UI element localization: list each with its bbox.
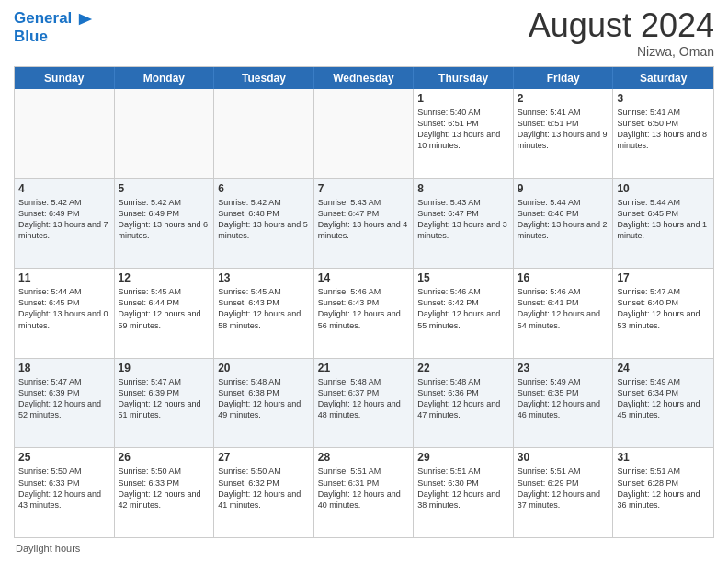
logo: General Blue — [14, 9, 94, 45]
day-number: 15 — [417, 271, 509, 284]
calendar: SundayMondayTuesdayWednesdayThursdayFrid… — [14, 66, 714, 538]
header-day-thursday: Thursday — [414, 67, 514, 89]
day-info: Sunrise: 5:42 AM Sunset: 6:48 PM Dayligh… — [218, 197, 310, 242]
day-info: Sunrise: 5:46 AM Sunset: 6:41 PM Dayligh… — [518, 286, 609, 331]
day-6: 6Sunrise: 5:42 AM Sunset: 6:48 PM Daylig… — [214, 179, 314, 269]
day-23: 23Sunrise: 5:49 AM Sunset: 6:35 PM Dayli… — [514, 359, 614, 448]
day-number: 26 — [119, 451, 210, 464]
day-17: 17Sunrise: 5:47 AM Sunset: 6:40 PM Dayli… — [613, 269, 713, 358]
day-info: Sunrise: 5:51 AM Sunset: 6:29 PM Dayligh… — [518, 465, 609, 511]
day-number: 22 — [417, 362, 509, 374]
header-day-saturday: Saturday — [613, 67, 713, 89]
daylight-label: Daylight hours — [16, 543, 80, 554]
day-number: 11 — [18, 271, 110, 284]
day-number: 17 — [617, 271, 710, 284]
page: General Blue August 2024 Nizwa, Oman Sun… — [0, 0, 728, 563]
day-number: 14 — [318, 271, 410, 284]
day-info: Sunrise: 5:46 AM Sunset: 6:43 PM Dayligh… — [318, 286, 410, 331]
day-info: Sunrise: 5:49 AM Sunset: 6:34 PM Dayligh… — [617, 376, 710, 421]
day-number: 13 — [218, 271, 310, 284]
day-number: 6 — [218, 182, 310, 195]
day-info: Sunrise: 5:50 AM Sunset: 6:33 PM Dayligh… — [18, 465, 110, 511]
day-info: Sunrise: 5:47 AM Sunset: 6:39 PM Dayligh… — [18, 376, 110, 421]
day-number: 1 — [417, 92, 509, 105]
main-title: August 2024 — [529, 9, 714, 42]
day-9: 9Sunrise: 5:44 AM Sunset: 6:46 PM Daylig… — [514, 179, 614, 269]
header-day-tuesday: Tuesday — [214, 67, 314, 89]
day-info: Sunrise: 5:51 AM Sunset: 6:28 PM Dayligh… — [617, 465, 710, 511]
day-number: 16 — [518, 271, 609, 284]
day-number: 24 — [617, 362, 710, 374]
day-27: 27Sunrise: 5:50 AM Sunset: 6:32 PM Dayli… — [214, 448, 314, 537]
day-info: Sunrise: 5:41 AM Sunset: 6:50 PM Dayligh… — [617, 107, 710, 152]
day-16: 16Sunrise: 5:46 AM Sunset: 6:41 PM Dayli… — [514, 269, 614, 358]
day-info: Sunrise: 5:50 AM Sunset: 6:33 PM Dayligh… — [119, 465, 210, 511]
day-number: 5 — [119, 182, 210, 195]
calendar-body: 1Sunrise: 5:40 AM Sunset: 6:51 PM Daylig… — [15, 89, 713, 537]
day-number: 31 — [617, 451, 710, 464]
day-info: Sunrise: 5:49 AM Sunset: 6:35 PM Dayligh… — [518, 376, 609, 421]
day-number: 3 — [617, 92, 710, 105]
day-info: Sunrise: 5:44 AM Sunset: 6:45 PM Dayligh… — [18, 286, 110, 331]
logo-flag-icon — [77, 11, 94, 28]
logo-general: General — [14, 9, 72, 27]
day-2: 2Sunrise: 5:41 AM Sunset: 6:51 PM Daylig… — [514, 89, 614, 178]
day-18: 18Sunrise: 5:47 AM Sunset: 6:39 PM Dayli… — [15, 359, 115, 448]
day-info: Sunrise: 5:47 AM Sunset: 6:39 PM Dayligh… — [119, 376, 210, 421]
calendar-week-5: 25Sunrise: 5:50 AM Sunset: 6:33 PM Dayli… — [15, 448, 713, 537]
svg-marker-0 — [79, 13, 92, 25]
day-10: 10Sunrise: 5:44 AM Sunset: 6:45 PM Dayli… — [613, 179, 713, 269]
day-info: Sunrise: 5:48 AM Sunset: 6:38 PM Dayligh… — [218, 376, 310, 421]
day-11: 11Sunrise: 5:44 AM Sunset: 6:45 PM Dayli… — [15, 269, 115, 358]
footer-note: Daylight hours — [14, 543, 714, 554]
empty-cell — [115, 89, 215, 178]
day-number: 27 — [218, 451, 310, 464]
day-number: 30 — [518, 451, 609, 464]
day-number: 18 — [18, 362, 110, 374]
day-21: 21Sunrise: 5:48 AM Sunset: 6:37 PM Dayli… — [314, 359, 415, 448]
day-info: Sunrise: 5:41 AM Sunset: 6:51 PM Dayligh… — [518, 107, 609, 152]
day-number: 20 — [218, 362, 310, 374]
day-25: 25Sunrise: 5:50 AM Sunset: 6:33 PM Dayli… — [15, 448, 115, 537]
day-number: 29 — [417, 451, 509, 464]
day-info: Sunrise: 5:46 AM Sunset: 6:42 PM Dayligh… — [417, 286, 509, 331]
day-number: 9 — [518, 182, 609, 195]
day-5: 5Sunrise: 5:42 AM Sunset: 6:49 PM Daylig… — [115, 179, 215, 269]
day-12: 12Sunrise: 5:45 AM Sunset: 6:44 PM Dayli… — [115, 269, 215, 358]
day-info: Sunrise: 5:43 AM Sunset: 6:47 PM Dayligh… — [318, 197, 410, 242]
day-number: 8 — [417, 182, 509, 195]
day-number: 12 — [119, 271, 210, 284]
day-number: 25 — [18, 451, 110, 464]
day-number: 4 — [18, 182, 110, 195]
calendar-week-3: 11Sunrise: 5:44 AM Sunset: 6:45 PM Dayli… — [15, 269, 713, 359]
day-13: 13Sunrise: 5:45 AM Sunset: 6:43 PM Dayli… — [214, 269, 314, 358]
calendar-header: SundayMondayTuesdayWednesdayThursdayFrid… — [15, 67, 713, 89]
day-28: 28Sunrise: 5:51 AM Sunset: 6:31 PM Dayli… — [314, 448, 415, 537]
day-info: Sunrise: 5:48 AM Sunset: 6:37 PM Dayligh… — [318, 376, 410, 421]
header-day-sunday: Sunday — [15, 67, 115, 89]
day-29: 29Sunrise: 5:51 AM Sunset: 6:30 PM Dayli… — [414, 448, 514, 537]
day-info: Sunrise: 5:40 AM Sunset: 6:51 PM Dayligh… — [417, 107, 509, 152]
header-day-friday: Friday — [514, 67, 614, 89]
calendar-week-2: 4Sunrise: 5:42 AM Sunset: 6:49 PM Daylig… — [15, 179, 713, 270]
day-info: Sunrise: 5:42 AM Sunset: 6:49 PM Dayligh… — [18, 197, 110, 242]
day-15: 15Sunrise: 5:46 AM Sunset: 6:42 PM Dayli… — [414, 269, 514, 358]
header: General Blue August 2024 Nizwa, Oman — [14, 9, 714, 59]
day-number: 28 — [318, 451, 410, 464]
title-area: August 2024 Nizwa, Oman — [529, 9, 714, 59]
empty-cell — [214, 89, 314, 178]
day-info: Sunrise: 5:47 AM Sunset: 6:40 PM Dayligh… — [617, 286, 710, 331]
day-1: 1Sunrise: 5:40 AM Sunset: 6:51 PM Daylig… — [414, 89, 514, 178]
calendar-week-1: 1Sunrise: 5:40 AM Sunset: 6:51 PM Daylig… — [15, 89, 713, 179]
day-19: 19Sunrise: 5:47 AM Sunset: 6:39 PM Dayli… — [115, 359, 215, 448]
subtitle: Nizwa, Oman — [529, 44, 714, 59]
day-8: 8Sunrise: 5:43 AM Sunset: 6:47 PM Daylig… — [414, 179, 514, 269]
day-info: Sunrise: 5:51 AM Sunset: 6:31 PM Dayligh… — [318, 465, 410, 511]
day-number: 19 — [119, 362, 210, 374]
header-day-monday: Monday — [115, 67, 215, 89]
day-info: Sunrise: 5:45 AM Sunset: 6:44 PM Dayligh… — [119, 286, 210, 331]
day-info: Sunrise: 5:43 AM Sunset: 6:47 PM Dayligh… — [417, 197, 509, 242]
calendar-week-4: 18Sunrise: 5:47 AM Sunset: 6:39 PM Dayli… — [15, 359, 713, 449]
day-31: 31Sunrise: 5:51 AM Sunset: 6:28 PM Dayli… — [613, 448, 713, 537]
day-4: 4Sunrise: 5:42 AM Sunset: 6:49 PM Daylig… — [15, 179, 115, 269]
